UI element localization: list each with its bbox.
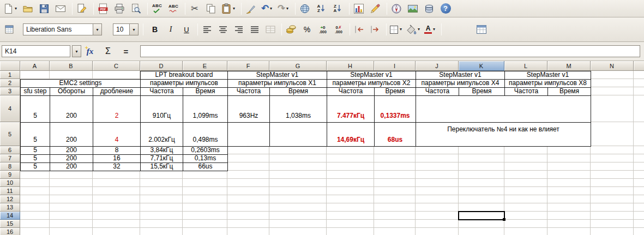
cell[interactable]: 15,5кГц — [141, 163, 183, 171]
cell[interactable] — [416, 96, 591, 123]
cell[interactable]: EMC2 settings — [21, 80, 141, 88]
insert-chart-button[interactable] — [352, 2, 366, 16]
cell[interactable]: 5 — [21, 155, 50, 163]
align-justify-button[interactable] — [248, 22, 262, 37]
edit-file-button[interactable] — [75, 2, 89, 16]
cell[interactable]: 5 — [21, 96, 50, 123]
open-button[interactable] — [21, 2, 35, 16]
row-header-3[interactable]: 3 — [0, 87, 20, 95]
auto-spellcheck-button[interactable]: ABC — [166, 2, 180, 16]
column-header-L[interactable]: L — [504, 61, 547, 71]
cell[interactable] — [228, 147, 591, 155]
chevron-down-icon[interactable]: ▾ — [285, 7, 290, 11]
chevron-down-icon[interactable]: ▾ — [93, 23, 102, 35]
table-view-button[interactable] — [474, 22, 489, 37]
decrease-indent-button[interactable] — [352, 22, 366, 37]
cell[interactable] — [228, 163, 591, 171]
cell[interactable]: 963Hz — [228, 96, 270, 123]
chevron-down-icon[interactable]: ▾ — [417, 27, 421, 32]
navigator-button[interactable] — [389, 2, 404, 16]
font-name-value[interactable]: Liberation Sans — [23, 23, 93, 35]
italic-button[interactable]: I — [164, 22, 178, 37]
cell[interactable]: параметры импульсов X2 — [327, 80, 416, 88]
format-paintbrush-button[interactable] — [244, 2, 258, 16]
cell[interactable]: 68us — [375, 123, 416, 147]
cell[interactable]: 4 — [93, 123, 141, 147]
cell[interactable]: 7.477кГц — [327, 96, 375, 123]
function-button[interactable]: = — [119, 44, 133, 58]
cell[interactable]: параметры импульсов X4 — [416, 80, 505, 88]
cell[interactable]: 0,2603ms — [183, 147, 228, 155]
cell[interactable]: 0,1337ms — [375, 96, 416, 123]
undo-button[interactable]: ↶ ▾ — [260, 2, 274, 16]
background-color-button[interactable]: ▾ — [405, 22, 422, 37]
spellcheck-button[interactable]: ABC — [150, 2, 164, 16]
cell[interactable]: Переключатель №4 ни как не влияет — [416, 123, 591, 147]
sort-ascending-button[interactable]: AZ — [314, 2, 328, 16]
formula-input[interactable] — [140, 45, 640, 57]
cell[interactable]: 5 — [21, 163, 50, 171]
sum-button[interactable]: Σ — [101, 44, 115, 58]
align-left-button[interactable] — [200, 22, 214, 37]
chevron-down-icon[interactable]: ▾ — [269, 7, 273, 11]
cell[interactable]: 200 — [50, 96, 93, 123]
row-header-8[interactable]: 8 — [0, 162, 20, 171]
cell[interactable]: Время — [183, 88, 228, 96]
font-name-combobox[interactable]: Liberation Sans ▾ — [23, 23, 102, 35]
chevron-down-icon[interactable]: ▾ — [232, 7, 236, 11]
row-header-2[interactable]: 2 — [0, 79, 20, 87]
row-header-10[interactable]: 10 — [0, 179, 20, 187]
align-right-button[interactable] — [232, 22, 246, 37]
cell[interactable] — [21, 71, 141, 80]
column-header-G[interactable]: G — [269, 61, 327, 71]
paste-button[interactable]: ▾ — [220, 2, 237, 16]
cell[interactable]: LPT breakout board — [141, 71, 228, 80]
row-header-1[interactable]: 1 — [0, 71, 20, 79]
chevron-down-icon[interactable]: ▾ — [72, 45, 81, 57]
row-header-9[interactable]: 9 — [0, 171, 20, 179]
column-header-D[interactable]: D — [140, 61, 183, 71]
cell[interactable]: StepMaster v1 — [327, 71, 416, 80]
chevron-down-icon[interactable]: ▾ — [432, 27, 436, 32]
delete-decimal-button[interactable]: 0✗ .000 — [332, 22, 346, 37]
cell[interactable]: 0,498ms — [183, 123, 228, 147]
cell[interactable]: 7,71кГц — [141, 155, 183, 163]
row-header-5[interactable]: 5 — [0, 122, 20, 146]
row-header-13[interactable]: 13 — [0, 203, 20, 212]
copy-button[interactable] — [204, 2, 218, 16]
bold-button[interactable]: B — [148, 22, 162, 37]
column-header-F[interactable]: F — [227, 61, 269, 71]
cell[interactable]: StepMaster v1 — [416, 71, 505, 80]
row-header-6[interactable]: 6 — [0, 146, 20, 154]
cell[interactable]: 200 — [50, 155, 93, 163]
cell[interactable]: Время — [459, 88, 505, 96]
export-pdf-button[interactable]: PDF — [96, 2, 110, 16]
cell[interactable]: 0,13ms — [183, 155, 228, 163]
cell[interactable]: 2.002кГц — [141, 123, 183, 147]
cell[interactable]: 5 — [21, 123, 50, 147]
cell[interactable]: Обороты — [50, 88, 93, 96]
cell[interactable]: дробление — [93, 88, 141, 96]
print-button[interactable] — [112, 2, 127, 16]
cell[interactable]: 5 — [21, 147, 50, 155]
column-header-M[interactable]: M — [547, 61, 591, 71]
currency-format-button[interactable] — [284, 22, 298, 37]
hyperlink-button[interactable] — [298, 2, 312, 16]
underline-button[interactable]: U — [179, 22, 194, 37]
column-header-I[interactable]: I — [374, 61, 416, 71]
cell[interactable]: Частота — [505, 88, 548, 96]
cell[interactable]: Частота — [327, 88, 375, 96]
cell[interactable]: Время — [375, 88, 416, 96]
sort-descending-button[interactable]: ZA — [330, 2, 345, 16]
page-preview-button[interactable] — [129, 2, 143, 16]
cell[interactable] — [228, 155, 591, 163]
cell[interactable]: 1,038ms — [270, 96, 327, 123]
row-header-16[interactable]: 16 — [0, 228, 20, 235]
column-header-K[interactable]: K — [459, 61, 504, 71]
chevron-down-icon[interactable]: ▾ — [399, 27, 403, 32]
cell[interactable]: 910Гц — [141, 96, 183, 123]
show-draw-functions-button[interactable] — [368, 2, 382, 16]
merge-cells-button[interactable] — [263, 22, 278, 37]
column-header-clipped[interactable] — [634, 61, 644, 71]
add-decimal-button[interactable]: +0 .000 — [316, 22, 330, 37]
